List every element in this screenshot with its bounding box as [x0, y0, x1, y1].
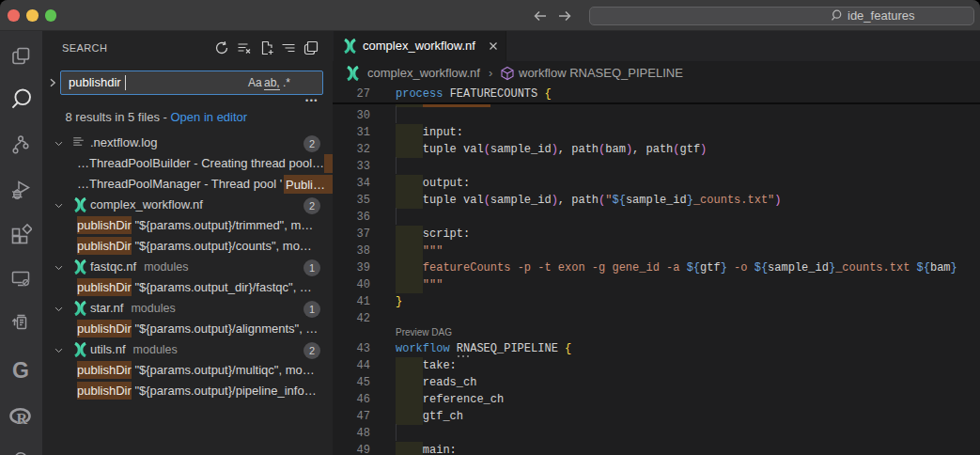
svg-text:R: R: [16, 411, 27, 427]
svg-text:G: G: [12, 359, 29, 382]
